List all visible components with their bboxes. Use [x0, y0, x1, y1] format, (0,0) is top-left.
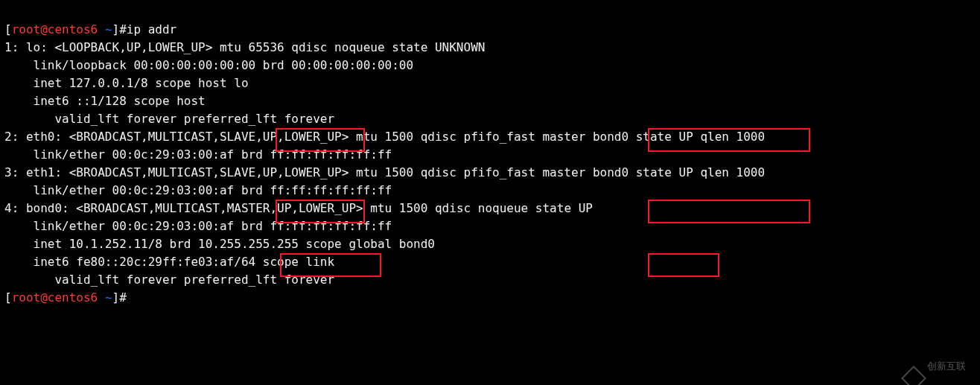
output-line: valid_lft forever preferred_lft forever — [4, 273, 334, 287]
prompt-at: @ — [40, 290, 48, 305]
output-line: ,LOWER_UP> mtu 1500 qdisc noqueue — [291, 201, 535, 215]
highlight-box — [648, 200, 810, 223]
prompt-at: @ — [40, 22, 48, 36]
prompt-close: ] — [112, 290, 120, 305]
bond0-state-up: state UP — [535, 201, 593, 215]
eth0-master-bond: master bond0 state UP — [542, 130, 693, 144]
eth1-master-bond: master bond0 state UP — [542, 165, 693, 179]
output-line: inet6 fe80::20c:29ff:fe03:af/64 scope li… — [4, 255, 334, 269]
watermark-logo-icon — [901, 366, 926, 385]
output-line: link/ether 00:0c:29:03:00:af brd ff:ff:f… — [4, 219, 392, 233]
eth0-slave-up: SLAVE,UP — [220, 130, 277, 144]
command-ip-addr: ip addr — [127, 22, 176, 36]
bond0-master-up: MASTER,UP — [227, 201, 292, 215]
output-line: 1: lo: <LOOPBACK,UP,LOWER_UP> mtu 65536 … — [4, 40, 485, 54]
prompt-host: centos6 — [48, 290, 98, 305]
watermark: 创新互联 CDXWCX.COM — [905, 343, 973, 385]
prompt-symbol: # — [119, 22, 127, 36]
prompt-symbol: # — [119, 290, 127, 305]
output-line: 3: eth1: <BROADCAST,MULTICAST, — [4, 165, 220, 179]
prompt-host: centos6 — [48, 22, 98, 36]
prompt-user: root — [12, 22, 41, 36]
highlight-box — [648, 253, 719, 277]
prompt-cwd: ~ — [98, 22, 112, 36]
output-line: ,LOWER_UP> mtu 1500 qdisc pfifo_fast — [277, 165, 542, 179]
prompt-user: root — [12, 290, 41, 305]
prompt-close: ] — [112, 22, 120, 36]
output-line: qlen 1000 — [693, 165, 765, 179]
output-line: link/ether 00:0c:29:03:00:af brd ff:ff:f… — [4, 147, 392, 162]
output-line: inet 10.1.252.11/8 brd 10.255.255.255 sc… — [4, 237, 435, 251]
eth1-slave-up: SLAVE,UP — [220, 165, 277, 179]
output-line: link/loopback 00:00:00:00:00:00 brd 00:0… — [4, 58, 413, 72]
output-line: ,LOWER_UP> mtu 1500 qdisc pfifo_fast — [277, 130, 542, 144]
terminal-output[interactable]: [root@centos6 ~]#ip addr 1: lo: <LOOPBAC… — [0, 0, 980, 385]
output-line: link/ether 00:0c:29:03:00:af brd ff:ff:f… — [4, 183, 392, 197]
prompt-cwd: ~ — [98, 290, 112, 305]
prompt-open: [ — [4, 22, 12, 36]
output-line: valid_lft forever preferred_lft forever — [4, 112, 334, 126]
output-line: inet6 ::1/128 scope host — [4, 94, 206, 108]
watermark-brand: 创新互联 — [927, 361, 973, 371]
output-line: 2: eth0: <BROADCAST,MULTICAST, — [4, 130, 220, 144]
output-line: qlen 1000 — [693, 130, 765, 144]
prompt-open: [ — [4, 290, 12, 305]
output-line: inet 127.0.0.1/8 scope host lo — [4, 76, 249, 90]
output-line: 4: bond0: <BROADCAST,MULTICAST, — [4, 201, 227, 215]
